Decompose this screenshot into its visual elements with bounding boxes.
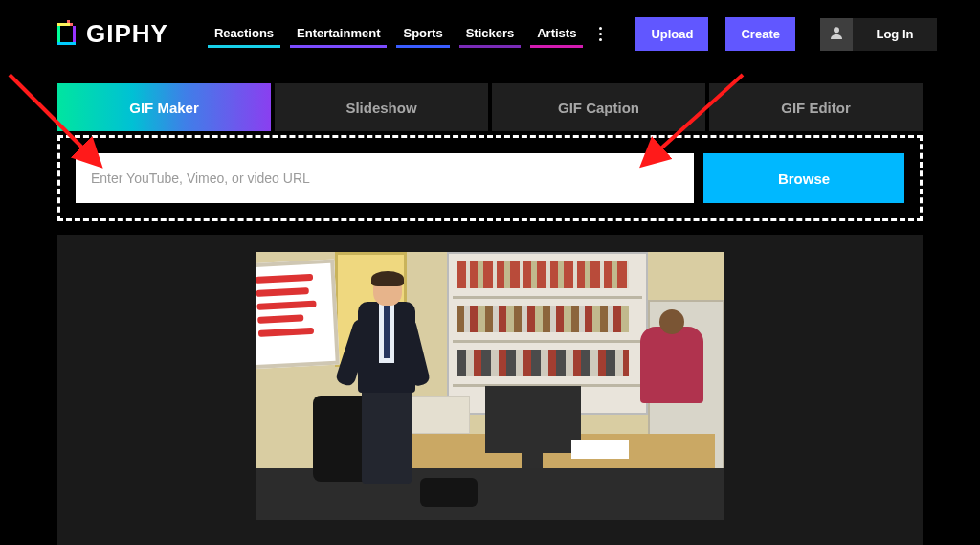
upload-dropzone[interactable]: Browse: [57, 135, 923, 221]
create-button[interactable]: Create: [725, 17, 794, 51]
tab-gif-maker[interactable]: GIF Maker: [57, 83, 271, 131]
nav-reactions[interactable]: Reactions: [203, 20, 285, 48]
upload-button[interactable]: Upload: [635, 17, 708, 51]
video-preview: [256, 252, 724, 520]
video-url-input[interactable]: [76, 153, 694, 203]
logo[interactable]: GIPHY: [57, 19, 168, 49]
svg-rect-3: [57, 23, 70, 26]
user-avatar-placeholder[interactable]: [820, 18, 853, 51]
login-button[interactable]: Log In: [853, 18, 937, 51]
logo-text: GIPHY: [86, 19, 168, 49]
creator-tabs: GIF Maker Slideshow GIF Caption GIF Edit…: [0, 62, 980, 131]
user-area: Log In: [820, 18, 937, 51]
nav-artists[interactable]: Artists: [525, 20, 588, 48]
nav-more-icon[interactable]: [591, 22, 609, 47]
svg-rect-5: [70, 23, 73, 26]
preview-panel: [57, 235, 923, 545]
nav-entertainment[interactable]: Entertainment: [285, 20, 391, 48]
nav-sports[interactable]: Sports: [391, 20, 454, 48]
svg-rect-6: [73, 26, 76, 29]
tab-gif-editor[interactable]: GIF Editor: [709, 83, 923, 131]
user-icon: [830, 26, 843, 43]
tab-slideshow[interactable]: Slideshow: [275, 83, 488, 131]
svg-rect-4: [67, 20, 70, 23]
svg-rect-1: [57, 42, 76, 45]
svg-rect-2: [73, 29, 76, 42]
browse-button[interactable]: Browse: [703, 153, 904, 203]
logo-icon: [57, 20, 78, 49]
site-header: GIPHY Reactions Entertainment Sports Sti…: [0, 0, 980, 62]
primary-nav: Reactions Entertainment Sports Stickers …: [203, 20, 610, 48]
svg-point-7: [834, 27, 839, 33]
nav-stickers[interactable]: Stickers: [455, 20, 526, 48]
tab-gif-caption[interactable]: GIF Caption: [492, 83, 705, 131]
